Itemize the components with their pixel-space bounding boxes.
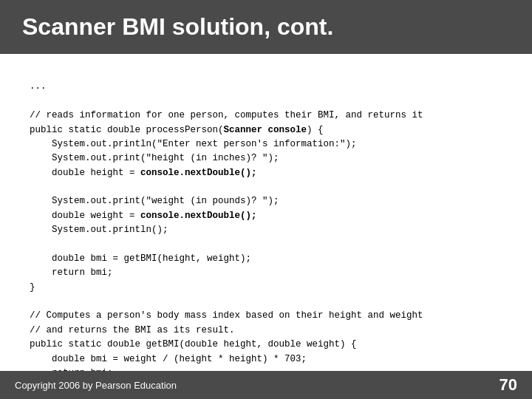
page-number: 70 — [499, 375, 517, 395]
method1-sig: public static double processPerson(Scann… — [30, 125, 324, 135]
code-block: ... // reads information for one person,… — [30, 66, 502, 371]
method2-sig: public static double getBMI(double heigh… — [30, 339, 357, 349]
slide-header: Scanner BMI solution, cont. — [0, 0, 532, 54]
line1: System.out.println("Enter next person's … — [30, 139, 357, 149]
comment3: // and returns the BMI as its result. — [30, 325, 235, 335]
comment2: // Computes a person's body mass index b… — [30, 310, 423, 321]
close1: } — [30, 282, 35, 293]
line2: System.out.print("height (in inches)? ")… — [30, 153, 279, 163]
line3: double height = console.nextDouble(); — [30, 168, 257, 178]
ellipsis: ... — [30, 81, 47, 92]
slide: Scanner BMI solution, cont. ... // reads… — [0, 0, 532, 399]
line7: double bmi = getBMI(height, weight); — [30, 253, 251, 264]
line5: double weight = console.nextDouble(); — [30, 211, 257, 221]
line9: double bmi = weight / (height * height) … — [30, 354, 307, 364]
scanner-console-bold: Scanner console — [224, 125, 307, 135]
line8: return bmi; — [30, 267, 113, 278]
line3-bold: console.nextDouble(); — [140, 168, 257, 178]
slide-content: ... // reads information for one person,… — [0, 54, 532, 371]
line6: System.out.println(); — [30, 225, 168, 235]
copyright-text: Copyright 2006 by Pearson Education — [15, 380, 177, 391]
slide-title: Scanner BMI solution, cont. — [22, 13, 510, 41]
comment1: // reads information for one person, com… — [30, 110, 423, 120]
line4: System.out.print("weight (in pounds)? ")… — [30, 196, 279, 206]
line5-bold: console.nextDouble(); — [140, 211, 257, 221]
slide-footer: Copyright 2006 by Pearson Education 70 — [0, 371, 532, 399]
